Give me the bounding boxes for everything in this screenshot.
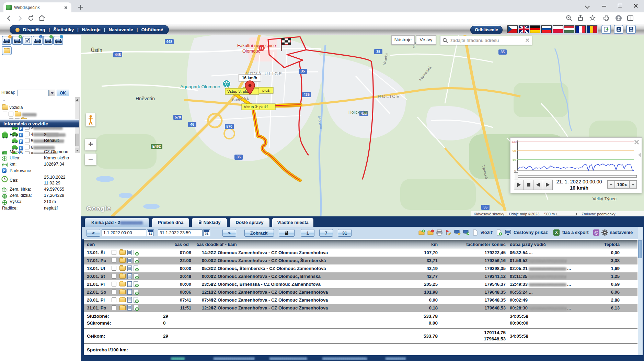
window-minimize-button[interactable]	[597, 0, 612, 12]
browser-tab[interactable]: Webdispečink	[3, 2, 71, 12]
add-trip-icon[interactable]	[418, 229, 425, 236]
map-tools-button[interactable]: Nástroje	[391, 35, 415, 45]
row-icons[interactable]	[112, 305, 138, 311]
vehicle-locate-button[interactable]	[53, 36, 63, 45]
excel-icon[interactable]: X	[553, 229, 560, 236]
row-icons[interactable]	[112, 258, 138, 263]
menu-dispecing[interactable]: Dispečing	[23, 27, 45, 32]
tab-naklady[interactable]: Náklady	[192, 218, 227, 227]
zoom-in-button[interactable]: +	[85, 139, 96, 150]
row-checkbox[interactable]	[112, 297, 116, 302]
show-button[interactable]: Zobraziť	[244, 229, 274, 237]
forward-icon[interactable]	[16, 14, 24, 22]
side-panel-icon[interactable]	[626, 14, 634, 22]
computer-check-icon[interactable]	[463, 229, 470, 236]
trip-detail-icon[interactable]	[134, 281, 138, 287]
folder-icon[interactable]	[119, 250, 126, 255]
insert-doc-icon[interactable]	[496, 229, 503, 236]
search-ok-button[interactable]: OK	[57, 90, 69, 96]
scroll-up-icon[interactable]	[75, 98, 79, 102]
stop-button[interactable]	[524, 180, 533, 190]
folder-icon[interactable]	[119, 258, 126, 263]
quick-31-button[interactable]: 31	[338, 229, 352, 237]
row-icons[interactable]	[112, 266, 138, 271]
row-checkbox[interactable]	[112, 282, 116, 286]
trip-detail-icon[interactable]	[134, 250, 138, 255]
table-row[interactable]: 22.01. So00:0612:13CZ Olomouc Zamenhofov…	[84, 288, 637, 296]
table-row[interactable]: 20.01. Št20:4800:00CZ Olomouc Zamenhofov…	[84, 272, 637, 280]
pegman-button[interactable]	[86, 113, 95, 126]
quick-1-button[interactable]: 1	[301, 229, 314, 237]
col-odkial[interactable]: odkiaľ - kam	[210, 242, 237, 247]
menu-oblubene[interactable]: Obľúbené	[141, 27, 163, 32]
note-icon[interactable]	[127, 250, 132, 255]
panel-scroll-thumb[interactable]	[638, 240, 642, 258]
zoom-icon[interactable]	[565, 14, 573, 22]
export-page-button[interactable]	[601, 25, 611, 34]
row-icons[interactable]	[112, 250, 138, 255]
menu-nastavenie[interactable]: Nastavenie	[109, 27, 133, 32]
note-icon[interactable]	[127, 297, 132, 303]
window-maximize-button[interactable]	[612, 0, 628, 12]
row-icons[interactable]	[112, 289, 138, 295]
tree-folder-masked[interactable]	[3, 112, 77, 118]
vehicle-checkbox[interactable]	[25, 145, 30, 149]
document-icon[interactable]	[472, 229, 479, 236]
trip-detail-icon[interactable]	[134, 258, 138, 263]
keyboard-shortcuts-link[interactable]: Klávesové skratky	[474, 212, 504, 216]
trip-detail-icon[interactable]	[134, 297, 138, 303]
home-icon[interactable]	[38, 14, 46, 22]
table-row[interactable]: 31.01. Po11:5112:24CZ Olomouc Zamenhofov…	[84, 304, 637, 312]
note-icon[interactable]	[127, 281, 132, 287]
tab-close-icon[interactable]	[63, 5, 69, 10]
tab-dosle-spravy[interactable]: Došlé správy	[229, 218, 270, 227]
col-cas-od[interactable]: čas od	[172, 242, 191, 247]
col-tachometer[interactable]: tachometer koniec	[455, 242, 506, 247]
row-checkbox[interactable]	[112, 274, 116, 279]
tree-up-item[interactable]: ..	[3, 97, 77, 103]
folder-icon[interactable]	[119, 282, 126, 286]
table-row[interactable]: 28.01. Pi07:4107:44CZ Olomouc Zamenhofov…	[84, 296, 637, 304]
next-period-button[interactable]: >	[222, 229, 236, 237]
table-row[interactable]: 18.01. Ut00:0005:21CZ Olomouc, Šternbers…	[84, 264, 637, 272]
flag-edit-icon[interactable]	[445, 229, 452, 236]
gear-icon[interactable]	[601, 229, 608, 236]
tab-vlastne-miesta[interactable]: Vlastné miesta	[272, 218, 314, 227]
vehicle-status-button[interactable]	[43, 36, 53, 45]
row-checkbox[interactable]	[112, 258, 116, 263]
table-row[interactable]: 13.01. Št07:0814:27CZ Olomouc Zamenhofov…	[84, 249, 637, 257]
trip-detail-icon[interactable]	[134, 289, 138, 295]
extensions-icon[interactable]	[602, 14, 610, 22]
monitor-icon[interactable]	[505, 229, 511, 236]
terms-link[interactable]: Zmluvné podmienky	[582, 212, 615, 216]
save-layout-button[interactable]	[626, 25, 636, 34]
note-icon[interactable]	[127, 266, 132, 271]
trip-detail-icon[interactable]	[134, 305, 138, 311]
playback-close-icon[interactable]	[633, 139, 640, 145]
quick-7-button[interactable]: 7	[319, 229, 333, 237]
tab-priebeh-dna[interactable]: Priebeh dňa	[152, 218, 189, 227]
print-export-label[interactable]: tlač a export	[562, 230, 589, 235]
new-tab-button[interactable]	[76, 3, 84, 11]
new-folder-button[interactable]	[2, 46, 12, 55]
panel-scrollbar[interactable]	[638, 227, 643, 355]
profile-avatar-icon[interactable]	[614, 14, 623, 22]
folder-icon[interactable]	[119, 290, 126, 294]
col-km[interactable]: km	[393, 242, 438, 247]
flag-french[interactable]	[575, 25, 586, 33]
col-den[interactable]: deň	[87, 242, 95, 247]
vehicle-view-button[interactable]: 1	[33, 36, 43, 45]
vehicle-checkbox[interactable]	[25, 138, 30, 143]
flag-english[interactable]	[519, 25, 529, 33]
note-icon[interactable]	[127, 258, 132, 263]
flag-romanian[interactable]	[587, 25, 597, 33]
map-search-box[interactable]: ✕	[440, 36, 532, 45]
google-logo[interactable]: Google	[87, 205, 111, 212]
travel-order-label[interactable]: Cestovný príkaz	[514, 230, 548, 235]
row-icons[interactable]	[112, 273, 138, 279]
user-sessions-button[interactable]	[614, 25, 623, 34]
tab-kniha-jazd[interactable]: Kniha jázd - 2	[84, 218, 150, 227]
remove-trip-icon[interactable]	[427, 229, 434, 236]
back-icon[interactable]	[5, 14, 13, 22]
prev-period-button[interactable]: <	[87, 229, 100, 237]
